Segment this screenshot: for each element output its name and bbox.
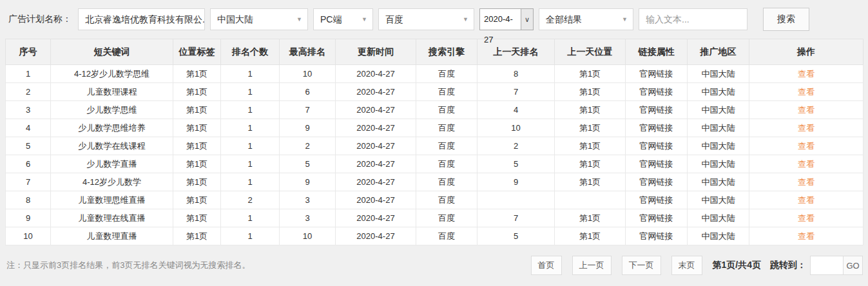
view-link[interactable]: 查看: [798, 141, 815, 151]
cell-link-attr: 官网链接: [626, 227, 688, 245]
cell-rank-count: 1: [221, 119, 280, 137]
plan-name-label: 广告计划名称：: [8, 14, 72, 25]
col-header-rank-count: 排名个数: [221, 39, 280, 65]
cell-index: 7: [6, 173, 51, 191]
cell-link-attr: 官网链接: [626, 65, 688, 83]
cell-rank-count: 1: [221, 155, 280, 173]
cell-search-engine: 百度: [416, 101, 477, 119]
next-page-button[interactable]: 下一页: [622, 256, 661, 275]
cell-update-time: 2020-4-27: [336, 119, 416, 137]
cell-best-rank: 3: [280, 209, 336, 227]
cell-keyword: 少儿数学在线课程: [51, 137, 173, 155]
table-row: 8 儿童数理思维直播 第1页 2 3 2020-4-27 百度 官网链接 中国大…: [6, 191, 863, 209]
jump-page-input[interactable]: [810, 256, 844, 275]
view-link[interactable]: 查看: [798, 123, 815, 133]
cell-search-engine: 百度: [416, 83, 477, 101]
view-link[interactable]: 查看: [798, 87, 815, 97]
cell-position-tag: 第1页: [173, 137, 221, 155]
view-link[interactable]: 查看: [798, 69, 815, 79]
cell-link-attr: 官网链接: [626, 173, 688, 191]
col-header-prev-day-position: 上一天位置: [555, 39, 626, 65]
cell-index: 1: [6, 65, 51, 83]
cell-promo-area: 中国大陆: [688, 83, 749, 101]
cell-best-rank: 2: [280, 137, 336, 155]
cell-prev-day-position: 第1页: [555, 173, 626, 191]
region-dropdown[interactable]: 中国大陆 ▼: [210, 8, 308, 30]
cell-promo-area: 中国大陆: [688, 209, 749, 227]
cell-promo-area: 中国大陆: [688, 227, 749, 245]
cell-prev-day-rank: 10: [477, 119, 555, 137]
view-link[interactable]: 查看: [798, 105, 815, 115]
cell-action: 查看: [749, 173, 863, 191]
cell-index: 8: [6, 191, 51, 209]
cell-prev-day-position: 第1页: [555, 227, 626, 245]
view-link[interactable]: 查看: [798, 177, 815, 187]
cell-prev-day-rank: 5: [477, 227, 555, 245]
cell-update-time: 2020-4-27: [336, 137, 416, 155]
cell-index: 4: [6, 119, 51, 137]
cell-keyword: 少儿数学直播: [51, 155, 173, 173]
search-button[interactable]: 搜索: [763, 8, 809, 31]
device-dropdown[interactable]: PC端 ▼: [313, 8, 373, 30]
device-dropdown-value: PC端: [320, 14, 342, 24]
cell-action: 查看: [749, 209, 863, 227]
engine-dropdown-value: 百度: [385, 14, 403, 24]
chevron-down-icon: ▼: [296, 9, 302, 30]
engine-dropdown[interactable]: 百度 ▼: [378, 8, 474, 30]
cell-promo-area: 中国大陆: [688, 119, 749, 137]
cell-update-time: 2020-4-27: [336, 155, 416, 173]
cell-action: 查看: [749, 155, 863, 173]
region-dropdown-value: 中国大陆: [217, 14, 253, 24]
cell-search-engine: 百度: [416, 191, 477, 209]
prev-page-button[interactable]: 上一页: [572, 256, 612, 275]
first-page-button[interactable]: 首页: [531, 256, 562, 275]
cell-rank-count: 1: [221, 227, 280, 245]
cell-prev-day-rank: 7: [477, 209, 555, 227]
footer-bar: 注：只显示前3页排名结果，前3页无排名关键词视为无搜索排名。 首页 上一页 下一…: [0, 256, 868, 275]
cell-index: 9: [6, 209, 51, 227]
table-row: 1 4-12岁少儿数学思维 第1页 1 10 2020-4-27 百度 8 第1…: [6, 65, 863, 83]
cell-update-time: 2020-4-27: [336, 65, 416, 83]
cell-position-tag: 第1页: [173, 173, 221, 191]
cell-keyword: 儿童数理课程: [51, 83, 173, 101]
view-link[interactable]: 查看: [798, 231, 815, 241]
chevron-down-icon: ▼: [362, 9, 367, 30]
view-link[interactable]: 查看: [798, 195, 815, 205]
result-type-dropdown[interactable]: 全部结果 ▼: [539, 8, 633, 30]
table-row: 4 少儿数学思维培养 第1页 1 9 2020-4-27 百度 10 第1页 官…: [6, 119, 863, 137]
cell-rank-count: 1: [221, 65, 280, 83]
cell-action: 查看: [749, 227, 863, 245]
cell-link-attr: 官网链接: [626, 209, 688, 227]
cell-link-attr: 官网链接: [626, 101, 688, 119]
search-input[interactable]: [639, 8, 747, 30]
cell-prev-day-position: 第1页: [555, 137, 626, 155]
cell-update-time: 2020-4-27: [336, 227, 416, 245]
chevron-down-icon: ▼: [622, 9, 628, 30]
go-button[interactable]: GO: [844, 256, 863, 275]
cell-promo-area: 中国大陆: [688, 155, 749, 173]
col-header-search-engine: 搜索引擎: [416, 39, 477, 65]
view-link[interactable]: 查看: [798, 159, 815, 169]
last-page-button[interactable]: 末页: [671, 256, 702, 275]
cell-prev-day-position: 第1页: [555, 155, 626, 173]
date-select[interactable]: 2020-4-27 ∨: [479, 8, 534, 30]
cell-prev-day-rank: 4: [477, 101, 555, 119]
cell-update-time: 2020-4-27: [336, 173, 416, 191]
view-link[interactable]: 查看: [798, 213, 815, 223]
plan-dropdown[interactable]: 北京睿逸培优教育科技有限公... ▼: [78, 8, 205, 30]
cell-best-rank: 7: [280, 101, 336, 119]
cell-search-engine: 百度: [416, 173, 477, 191]
table-row: 6 少儿数学直播 第1页 1 5 2020-4-27 百度 5 第1页 官网链接…: [6, 155, 863, 173]
table-body: 1 4-12岁少儿数学思维 第1页 1 10 2020-4-27 百度 8 第1…: [6, 65, 863, 245]
cell-prev-day-rank: 2: [477, 137, 555, 155]
cell-position-tag: 第1页: [173, 101, 221, 119]
table-row: 10 儿童数理直播 第1页 1 10 2020-4-27 百度 5 第1页 官网…: [6, 227, 863, 245]
col-header-action: 操作: [749, 39, 863, 65]
table-row: 3 少儿数学思维 第1页 1 7 2020-4-27 百度 4 第1页 官网链接…: [6, 101, 863, 119]
cell-prev-day-rank: [477, 191, 555, 209]
cell-keyword: 儿童数理在线直播: [51, 209, 173, 227]
cell-promo-area: 中国大陆: [688, 191, 749, 209]
footnote: 注：只显示前3页排名结果，前3页无排名关键词视为无搜索排名。: [6, 260, 250, 271]
cell-action: 查看: [749, 119, 863, 137]
cell-prev-day-rank: 5: [477, 155, 555, 173]
